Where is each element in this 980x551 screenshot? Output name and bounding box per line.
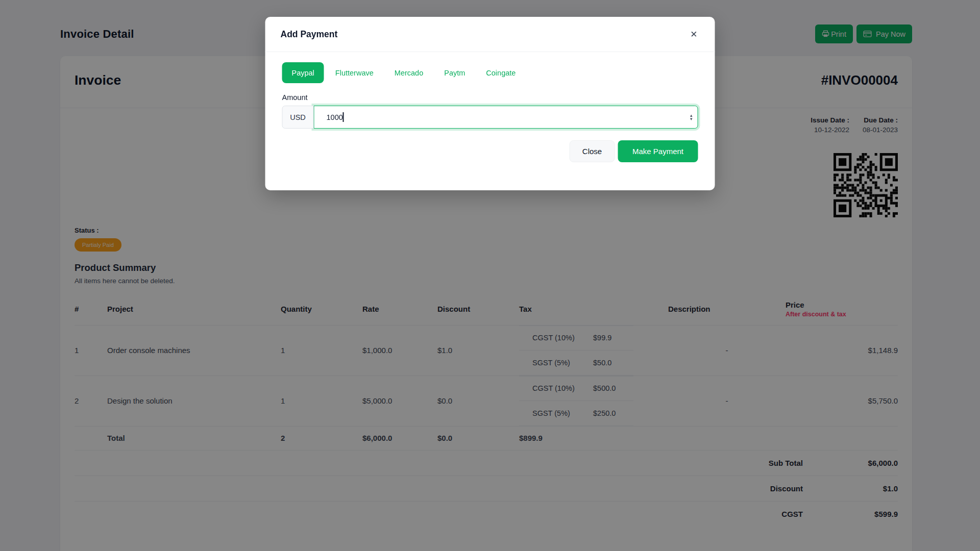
amount-label: Amount — [282, 93, 698, 102]
modal-title: Add Payment — [281, 29, 338, 40]
tab-paypal[interactable]: Paypal — [282, 62, 324, 83]
currency-prefix: USD — [282, 106, 314, 129]
number-spinner[interactable]: ▴ ▾ — [690, 114, 693, 121]
tab-mercado[interactable]: Mercado — [385, 62, 433, 83]
make-payment-button[interactable]: Make Payment — [618, 140, 698, 162]
text-caret — [343, 112, 344, 122]
close-icon[interactable]: ✕ — [688, 28, 699, 41]
tab-paytm[interactable]: Paytm — [434, 62, 475, 83]
add-payment-modal: Add Payment ✕ Paypal Flutterwave Mercado… — [265, 17, 715, 190]
tab-coingate[interactable]: Coingate — [476, 62, 525, 83]
modal-close-button[interactable]: Close — [570, 140, 615, 162]
amount-input-group: USD ▴ ▾ — [282, 106, 698, 129]
payment-method-tabs: Paypal Flutterwave Mercado Paytm Coingat… — [282, 62, 698, 83]
spinner-down-icon[interactable]: ▾ — [690, 117, 693, 121]
modal-body: Paypal Flutterwave Mercado Paytm Coingat… — [265, 52, 715, 129]
amount-input[interactable] — [314, 106, 698, 129]
tab-flutterwave[interactable]: Flutterwave — [326, 62, 383, 83]
modal-header: Add Payment ✕ — [265, 17, 715, 52]
modal-footer: Close Make Payment — [570, 140, 698, 162]
